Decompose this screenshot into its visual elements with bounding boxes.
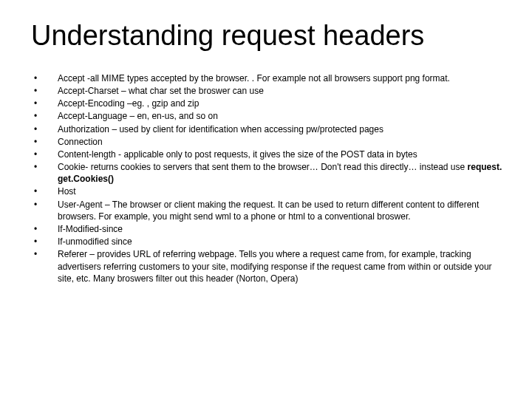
list-item: Content-length - applicable only to post… [30,149,502,160]
item-text: User-Agent – The browser or client makin… [58,200,479,222]
slide: Understanding request headers Accept -al… [0,0,532,399]
item-text: Accept-Charset – what char set the brosw… [58,86,264,96]
item-text: Accept-Encoding –eg. , gzip and zip [58,98,199,109]
list-item: Accept-Language – en, en-us, and so on [30,110,502,122]
list-item: If-unmodified since [30,236,502,248]
item-text: Accept -all MIME types accepted by the b… [58,73,450,83]
item-text: If-Modified-since [58,224,123,234]
list-item: Accept-Charset – what char set the brosw… [30,85,502,97]
list-item: Accept -all MIME types accepted by the b… [30,72,502,84]
item-text: Authorization – used by client for ident… [58,124,383,134]
list-item: Authorization – used by client for ident… [30,123,502,135]
list-item: Referer – provides URL of referring webp… [30,248,502,284]
list-item: User-Agent – The browser or client makin… [30,199,502,222]
item-text: Cookie- returns cookies to servers that … [58,162,468,172]
item-text: Host [58,186,76,197]
list-item: Host [30,185,502,197]
slide-title: Understanding request headers [31,21,502,52]
list-item: Connection [30,136,502,148]
item-text: Connection [58,137,103,147]
item-text: Accept-Language – en, en-us, and so on [58,111,218,121]
list-item: If-Modified-since [30,223,502,235]
list-item: Cookie- returns cookies to servers that … [30,161,502,185]
item-text: Content-length - applicable only to post… [58,149,417,160]
item-text: If-unmodified since [58,236,132,247]
bullet-list: Accept -all MIME types accepted by the b… [30,72,502,284]
item-text: Referer – provides URL of referring webp… [58,249,492,283]
list-item: Accept-Encoding –eg. , gzip and zip [30,98,502,109]
